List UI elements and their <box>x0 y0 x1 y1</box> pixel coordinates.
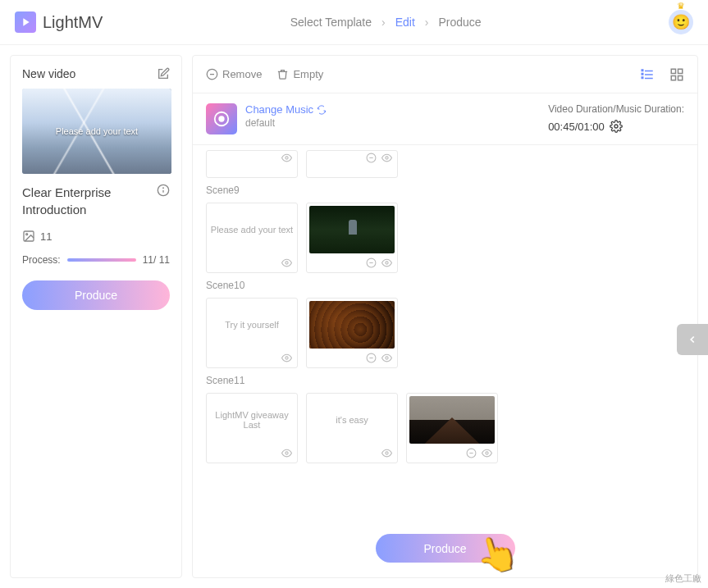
new-video-label: New video <box>22 67 75 80</box>
svg-point-18 <box>219 116 224 121</box>
svg-point-4 <box>26 234 28 235</box>
produce-button-footer[interactable]: Produce <box>376 534 515 563</box>
clip-card-text[interactable]: it's easy <box>306 393 398 463</box>
chevron-left-icon <box>687 334 698 345</box>
breadcrumb-step1[interactable]: Select Template <box>290 16 372 29</box>
clip-card-media[interactable] <box>306 298 398 368</box>
clip-card-text[interactable]: LightMV giveaway Last <box>206 393 298 463</box>
eye-icon[interactable] <box>281 352 292 367</box>
duration-label: Video Duration/Music Duration: <box>548 103 684 115</box>
grid-view-icon[interactable] <box>669 67 684 82</box>
template-preview[interactable]: Please add your text <box>22 89 171 174</box>
remove-button[interactable]: Remove <box>206 68 262 80</box>
right-collapse-tab[interactable] <box>677 324 708 355</box>
svg-point-32 <box>285 452 288 454</box>
new-video-row: New video <box>22 67 170 80</box>
eye-icon[interactable] <box>281 152 292 166</box>
clip-row: Please add your text <box>206 203 684 273</box>
info-icon[interactable] <box>157 184 170 197</box>
svg-point-31 <box>386 357 388 359</box>
scene-tag: Scene9 <box>206 185 684 196</box>
minus-icon[interactable] <box>366 257 377 271</box>
clip-footer <box>307 151 397 167</box>
logo[interactable]: LightMV <box>15 11 103 33</box>
image-count: 11 <box>22 230 170 243</box>
thumbnail-leaves <box>309 301 395 349</box>
eye-icon[interactable] <box>381 447 392 462</box>
clip-thumb-area <box>307 203 397 256</box>
eye-icon[interactable] <box>281 257 292 271</box>
svg-rect-11 <box>642 73 643 75</box>
avatar[interactable]: ♛ 🙂 <box>669 10 693 34</box>
svg-rect-15 <box>671 75 675 80</box>
scenes-container: Scene9Please add your textScene10Try it … <box>193 145 697 519</box>
swap-icon <box>317 105 327 115</box>
process-label: Process: <box>22 254 61 266</box>
change-music-label: Change Music <box>245 103 313 116</box>
eye-icon[interactable] <box>381 352 392 367</box>
clip-row <box>206 150 684 178</box>
minus-icon[interactable] <box>466 447 477 462</box>
brand-name: LightMV <box>43 13 103 32</box>
clip-card-media[interactable] <box>406 393 498 463</box>
svg-point-2 <box>163 188 164 189</box>
produce-footer: Produce 👆 <box>193 519 697 577</box>
preview-overlay-text: Please add your text <box>56 126 138 136</box>
svg-point-24 <box>285 262 288 264</box>
music-icon[interactable] <box>206 103 237 134</box>
clip-card-text[interactable]: Please add your text <box>206 203 298 273</box>
eye-icon[interactable] <box>281 447 292 462</box>
edit-icon[interactable] <box>157 67 170 80</box>
breadcrumb-step3[interactable]: Produce <box>439 16 482 29</box>
scene-tag: Scene11 <box>206 375 684 386</box>
minus-circle-icon <box>206 68 218 80</box>
svg-point-27 <box>386 262 388 264</box>
gear-icon[interactable] <box>610 120 623 133</box>
svg-rect-14 <box>678 69 683 73</box>
breadcrumb-step2[interactable]: Edit <box>395 16 415 29</box>
produce-button-sidebar[interactable]: Produce <box>22 280 170 310</box>
image-icon <box>22 230 35 243</box>
scene-tag: Scene10 <box>206 280 684 291</box>
minus-icon[interactable] <box>366 152 377 166</box>
clip-card-media[interactable] <box>306 150 398 178</box>
remove-label: Remove <box>222 68 262 80</box>
breadcrumb: Select Template › Edit › Produce <box>103 16 669 29</box>
content-panel: Remove Empty Change Music default <box>192 55 698 578</box>
clip-row: Try it yourself <box>206 298 684 368</box>
eye-icon[interactable] <box>482 447 492 462</box>
main-layout: New video Please add your text Clear Ent… <box>0 45 708 588</box>
clip-footer <box>207 351 297 367</box>
image-count-value: 11 <box>40 230 52 243</box>
svg-point-28 <box>285 357 288 359</box>
svg-point-33 <box>386 452 388 454</box>
produce-button-footer-label: Produce <box>423 542 466 555</box>
thumbnail-mountain <box>409 396 495 444</box>
template-title-row: Clear Enterprise Introduction <box>22 184 170 218</box>
duration-info: Video Duration/Music Duration: 00:45/01:… <box>548 103 684 133</box>
svg-point-36 <box>486 452 488 454</box>
header: LightMV Select Template › Edit › Produce… <box>0 0 708 45</box>
clip-footer <box>307 446 397 463</box>
crown-icon: ♛ <box>677 1 685 11</box>
eye-icon[interactable] <box>381 257 392 271</box>
change-music-button[interactable]: Change Music <box>245 103 327 116</box>
list-view-icon[interactable] <box>640 67 655 82</box>
svg-rect-10 <box>642 70 643 71</box>
thumbnail-forest <box>309 206 395 253</box>
chevron-right-icon: › <box>381 16 386 29</box>
empty-button[interactable]: Empty <box>276 68 323 80</box>
eye-icon[interactable] <box>381 152 392 166</box>
svg-rect-12 <box>642 77 643 79</box>
content-toolbar: Remove Empty <box>193 56 697 93</box>
chevron-right-icon: › <box>425 16 429 29</box>
clip-card-empty[interactable] <box>206 150 298 178</box>
template-title: Clear Enterprise Introduction <box>22 184 152 218</box>
minus-icon[interactable] <box>366 352 377 367</box>
clip-card-text[interactable]: Try it yourself <box>206 298 298 368</box>
clip-card-media[interactable] <box>306 203 398 273</box>
clip-thumb-area <box>407 394 497 446</box>
svg-rect-16 <box>678 75 683 80</box>
music-info: Change Music default <box>245 103 327 129</box>
clip-thumb-area <box>307 299 397 351</box>
